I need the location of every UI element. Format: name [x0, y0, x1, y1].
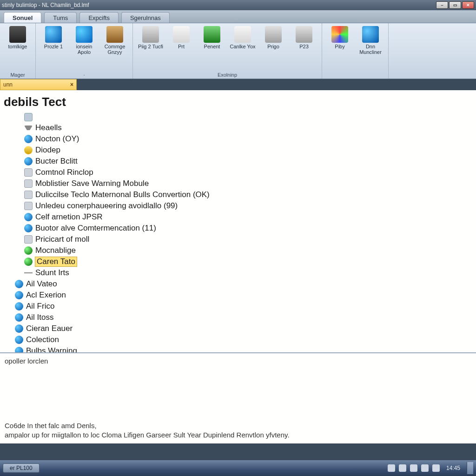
tree-item-icon [15, 280, 23, 288]
tree-item[interactable]: Bulbs Warning [3, 345, 471, 352]
titlebar: stinly bulimlop - NL Chamlin_bd.lmf – ▭ … [0, 0, 476, 10]
tree-item-label: Celf arnetion JPSR [35, 212, 103, 222]
ribbon-btn-commge-gnzyy[interactable]: Commge Gnzyy [101, 25, 129, 56]
taskbar-task[interactable]: er PL100 [3, 463, 40, 473]
tree-item-label: Mocnablige [35, 246, 76, 255]
tree-item-label: Pricicart of moll [35, 235, 89, 244]
tree-item-icon [24, 126, 33, 130]
tree-item[interactable]: Unledeu conerphaueering avoidlallo (99) [3, 200, 471, 212]
taskbar: er PL100 14:45 [0, 460, 476, 476]
tree-item-label: Bucter Bclitt [35, 157, 78, 166]
tree-item[interactable]: Pricicart of moll [3, 234, 471, 245]
tree-item-label: Buotor alve Comtermencation (11) [35, 224, 156, 233]
tree-item-label: Duliccilse Teclo Maternonal Bulls Conver… [35, 190, 210, 199]
tray-icon[interactable] [399, 464, 406, 472]
tree-item-icon [24, 224, 33, 232]
tree-item[interactable]: Colection [3, 334, 471, 345]
tree-item[interactable]: Buotor alve Comtermencation (11) [3, 223, 471, 234]
tree-item[interactable]: Acl Exerion [3, 290, 471, 301]
tree-item[interactable]: Celf arnetion JPSR [3, 212, 471, 223]
ribbon-btn-p23-icon [296, 26, 312, 43]
ribbon-btn-piby-icon [331, 26, 348, 43]
tree-item-label: Comtnol Rinclop [35, 168, 93, 177]
ribbon-btn-prigo-label: Prigo [267, 44, 279, 49]
tray-icon[interactable] [432, 464, 440, 472]
tree-item-icon [24, 246, 33, 255]
ribbon-btn-penent[interactable]: Penent [198, 25, 226, 50]
tree-item[interactable]: Caren Tato [3, 256, 471, 267]
ribbon-btn-dnn-muncliner[interactable]: Dnn Muncliner [357, 25, 384, 56]
tree-item[interactable]: Cieran Eauer [3, 323, 471, 334]
ribbon-btn-piig2-icon [142, 26, 159, 43]
side-panel-title: unn [3, 81, 13, 88]
tree-item-icon [24, 235, 33, 244]
details-line-2: ampalor up for miigtallon to loc Cloma L… [5, 430, 471, 440]
side-panel-header: unn × [0, 79, 77, 90]
tree-item-icon [15, 291, 23, 299]
ribbon-btn-prt[interactable]: Prt [167, 25, 195, 50]
tray-icon[interactable] [410, 464, 417, 472]
page-title: debils Tect [3, 93, 471, 112]
tree-item-label: Colection [26, 335, 59, 344]
ribbon-btn-tomlkige-label: tomlkige [8, 44, 27, 49]
tree-item[interactable]: Ail Vateo [3, 278, 471, 290]
tray-icon[interactable] [421, 464, 429, 472]
ribbon-group: PibyDnn Muncliner [322, 23, 389, 79]
tree-item[interactable]: Nocton (OY) [3, 133, 471, 145]
tree-item[interactable]: Diodep [3, 145, 471, 156]
ribbon-btn-piig2[interactable]: Piig 2 Tucfi [137, 25, 165, 50]
tree-item[interactable]: Ail Itoss [3, 312, 471, 323]
ribbon-btn-penent-label: Penent [204, 44, 220, 49]
ribbon-btn-prigo-icon [265, 26, 282, 43]
workspace: debils Tect HeaellsNocton (OY)DiodepBuct… [0, 90, 476, 443]
tree-item-label: Moblistier Save Warning Mobule [35, 179, 149, 188]
details-body: Co6de In thet falc amd Denls, ampalor up… [5, 421, 471, 440]
tree-item[interactable]: Duliccilse Teclo Maternonal Bulls Conver… [3, 189, 471, 200]
ribbon-group-label: Mager [4, 71, 32, 78]
tray-icon[interactable] [388, 464, 395, 472]
tree: HeaellsNocton (OY)DiodepBucter BclittCom… [3, 112, 471, 352]
window-title: stinly bulimlop - NL Chamlin_bd.lmf [2, 2, 89, 8]
ribbon-btn-canlke-yox[interactable]: Canlke Yox [229, 25, 257, 50]
tree-item[interactable]: Moblistier Save Warning Mobule [3, 178, 471, 189]
tab-sgerulnnas[interactable]: Sgerulnnas [121, 12, 170, 23]
tree-item-icon [15, 324, 23, 333]
tree-item-label: Bulbs Warning [26, 346, 77, 352]
ribbon-btn-piby-label: Piby [335, 44, 344, 49]
ribbon-btn-piig2-label: Piig 2 Tucfi [138, 44, 163, 49]
tree-item[interactable] [3, 112, 471, 122]
tree-item[interactable]: Bucter Bclitt [3, 156, 471, 167]
ribbon-group: tomlkigeMager [0, 23, 36, 79]
tree-item[interactable]: Heaells [3, 122, 471, 133]
tree-item-icon [24, 157, 33, 165]
details-pane: opoller lorclen Co6de In thet falc amd D… [0, 352, 476, 443]
tree-item[interactable]: Mocnablige [3, 245, 471, 256]
tree-item-icon [24, 258, 33, 266]
tree-item-icon [24, 213, 33, 221]
ribbon-btn-prigo[interactable]: Prigo [259, 25, 287, 50]
tree-item-icon [15, 302, 23, 311]
ribbon-btn-piby[interactable]: Piby [326, 25, 354, 50]
system-tray: 14:45 [388, 462, 473, 474]
tree-item[interactable]: Ail Frico [3, 301, 471, 312]
tree-item[interactable]: Comtnol Rinclop [3, 167, 471, 178]
tab-sonuel[interactable]: Sonuel [4, 12, 41, 23]
tree-item[interactable]: Sdunt Irts [3, 267, 471, 278]
minimize-button[interactable]: – [436, 1, 448, 9]
side-panel-close-icon[interactable]: × [70, 81, 73, 88]
ribbon-group: Piig 2 TucfiPrtPenentCanlke YoxPrigoP23E… [133, 23, 322, 79]
ribbon-btn-tomlkige[interactable]: tomlkige [4, 25, 32, 50]
ribbon-btn-ionsein-apolo[interactable]: ionsein Apolo [70, 25, 98, 56]
ribbon-btn-p23-label: P23 [299, 44, 309, 49]
tree-item-icon [24, 179, 33, 188]
close-button[interactable]: ✕ [462, 1, 474, 9]
ribbon-btn-commge-gnzyy-label: Commge Gnzyy [102, 44, 128, 55]
ribbon-btn-p23[interactable]: P23 [290, 25, 318, 50]
ribbon-btn-prozle1[interactable]: Prozle 1 [40, 25, 67, 50]
tab-tums[interactable]: Tums [44, 12, 77, 23]
maximize-button[interactable]: ▭ [449, 1, 461, 9]
show-desktop-button[interactable] [467, 462, 473, 474]
ribbon-group-label [326, 77, 384, 78]
ribbon-btn-prt-icon [173, 26, 190, 43]
tab-expcifts[interactable]: Expcifts [79, 12, 119, 23]
